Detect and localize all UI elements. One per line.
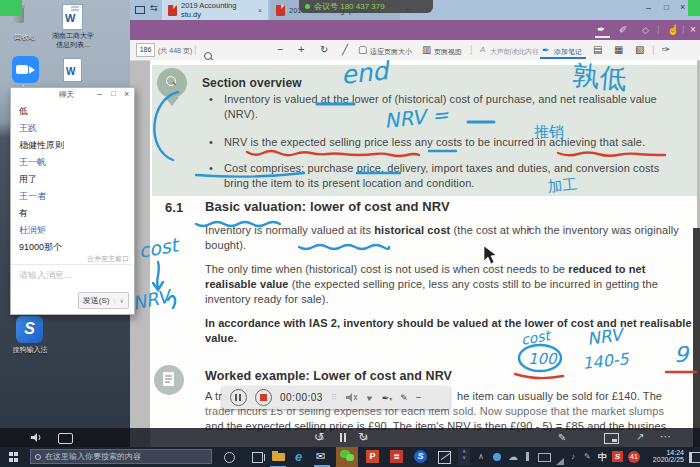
sogou-tray-icon[interactable]: S <box>612 451 623 462</box>
more-options-icon[interactable]: ⋯ <box>660 430 671 443</box>
word-doc2-icon[interactable]: W <box>63 58 82 82</box>
annotate-pen-icon[interactable]: ✎ <box>558 432 566 443</box>
add-notes-pen-icon[interactable]: ✒ <box>542 45 550 55</box>
mute-speaker-icon[interactable] <box>345 392 358 403</box>
clock[interactable]: 14:24 2020/2/25 <box>646 449 684 463</box>
chat-input[interactable]: 请输入消息... <box>19 269 72 282</box>
highlighter-icon[interactable]: ✐ <box>619 24 627 35</box>
network-icon[interactable] <box>556 458 564 465</box>
zoom-in-button[interactable]: + <box>298 44 304 55</box>
task-view-button[interactable] <box>252 452 263 463</box>
send-options-caret: ∨ <box>120 297 124 304</box>
section-heading: Basic valuation: lower of cost and NRV <box>205 199 450 214</box>
taskbar-search-box[interactable]: 在这里输入你要搜索的内容 <box>30 449 212 464</box>
chat-close-button[interactable]: × <box>124 89 129 99</box>
tray-app-icon[interactable] <box>493 453 501 461</box>
overview-bullet1-line1: Inventory is valued at the lower of (his… <box>224 93 657 105</box>
zoom-out-button[interactable]: − <box>277 44 283 55</box>
word-doc-icon[interactable]: W <box>62 4 83 30</box>
fit-page-icon[interactable]: ▢ <box>358 45 367 55</box>
eraser-icon[interactable]: ◇ <box>642 25 649 35</box>
volume-icon[interactable] <box>30 432 43 443</box>
wechat-icon[interactable] <box>340 450 354 462</box>
fit-page-label[interactable]: 适应页面大小 <box>370 47 412 57</box>
edge-window: ⇆ 2019 Accounting stu.dy × 2019 Accounti… <box>130 0 700 447</box>
minimize-toolbar-icon[interactable]: − <box>416 392 422 403</box>
paragraph3-line2: value. <box>205 332 237 344</box>
window-minimize-button[interactable]: – <box>646 3 651 13</box>
red-app-icon[interactable]: ≣ <box>390 450 403 463</box>
save-as-icon[interactable]: ▧ <box>635 45 644 55</box>
exit-annotation-icon[interactable]: × <box>690 24 696 35</box>
add-notes-label[interactable]: 添加笔记 <box>554 47 582 57</box>
pin-tray-icon[interactable] <box>526 452 529 461</box>
action-center-icon[interactable] <box>689 452 700 463</box>
chat-maximize-button[interactable]: □ <box>111 89 116 98</box>
pip-icon[interactable] <box>604 433 619 444</box>
panel-icon[interactable] <box>58 433 73 444</box>
read-aloud-label[interactable]: 大声朗读此内容 <box>490 47 539 57</box>
forward-30-button[interactable]: ↻30 <box>358 430 368 444</box>
chat-sender-name[interactable]: 王一者 <box>19 190 46 203</box>
print-icon[interactable]: ▤ <box>593 45 602 55</box>
screenshot-app-icon[interactable] <box>438 451 451 464</box>
pause-button[interactable] <box>230 389 247 406</box>
cortana-button[interactable] <box>224 452 235 463</box>
notification-count-badge[interactable]: 41 <box>628 451 640 463</box>
right-edge-strip <box>693 228 700 447</box>
mail-icon[interactable]: ✉ <box>316 450 325 463</box>
meeting-id-badge[interactable]: 会议号 180 437 379 <box>299 0 433 13</box>
pin-toolbar-icon[interactable]: ✑ <box>662 45 670 55</box>
overview-bullet2: NRV is the expected selling price less a… <box>224 136 645 148</box>
chat-minimize-button[interactable]: – <box>97 89 102 99</box>
sogou-browser-icon[interactable]: S <box>414 450 427 463</box>
touch-writing-icon[interactable]: ☝ <box>667 24 679 35</box>
sogou-desktop-icon[interactable]: S <box>16 316 43 343</box>
page-view-label[interactable]: 页面视图 <box>434 47 462 57</box>
chat-sender-name[interactable]: 王践 <box>19 122 37 135</box>
drag-grip-icon[interactable]: ⠿ <box>331 393 337 402</box>
merge-to-main-link[interactable]: 合并至主窗口 <box>87 254 129 264</box>
tray-expand-icon[interactable]: ∧ <box>478 452 484 461</box>
rotate-icon[interactable]: ↻ <box>320 45 328 55</box>
edge-taskbar-icon[interactable]: e <box>295 449 302 464</box>
powerpoint-icon[interactable]: P <box>366 450 379 463</box>
paragraph1-line2: bought). <box>205 239 246 251</box>
window-close-button[interactable]: × <box>680 2 685 12</box>
cloud-icon[interactable]: ☁ <box>508 451 518 462</box>
section-overview-icon <box>157 68 187 98</box>
word-doc-label-line2: 信息列表... <box>44 40 102 50</box>
chat-message: 稳健性原则 <box>19 139 64 152</box>
separator: | <box>652 44 655 55</box>
fullscreen-icon[interactable]: ↗ <box>636 431 644 442</box>
tab-accounting-study[interactable]: 2019 Accounting stu.dy × <box>162 0 268 20</box>
window-maximize-button[interactable]: □ <box>664 3 669 12</box>
pen-active-underline <box>595 36 610 38</box>
zoom-app-icon[interactable] <box>12 56 39 83</box>
ink-pen-icon[interactable]: ✒▾ <box>382 393 393 403</box>
rewind-10-button[interactable]: ↺10 <box>314 430 324 444</box>
page-number-input[interactable]: 186 <box>136 43 155 57</box>
start-button[interactable] <box>9 452 19 462</box>
page-view-icon[interactable]: ▥ <box>422 45 431 55</box>
tab-close-icon[interactable]: × <box>258 7 262 14</box>
ballpoint-pen-icon[interactable]: ✒ <box>597 24 605 35</box>
pen-tray-icon[interactable]: ✎ <box>584 452 591 461</box>
sogou-desktop-label: 搜狗输入法 <box>0 345 62 355</box>
chat-sender-name[interactable]: 杜润矩 <box>19 224 46 237</box>
audio-tray-icon[interactable]: ♪ <box>571 452 575 461</box>
taskbar-scroll-widget[interactable]: ∧ ∨ <box>458 448 470 466</box>
draw-line-icon[interactable]: ╱ <box>342 45 348 55</box>
stop-button[interactable] <box>255 389 272 406</box>
laser-pointer-icon[interactable]: ► <box>364 392 375 404</box>
brush-icon[interactable]: ✎ <box>400 393 408 403</box>
save-icon[interactable]: ▦ <box>614 45 623 55</box>
set-tabs-aside-icon[interactable] <box>135 6 145 14</box>
chat-sender-name[interactable]: 王一帆 <box>19 156 46 169</box>
separator: | <box>682 24 684 34</box>
ime-indicator[interactable]: 中 <box>598 451 607 464</box>
display-icon[interactable] <box>538 453 551 462</box>
send-button[interactable]: 发送(S)|∨ <box>78 292 129 309</box>
read-aloud-icon[interactable]: A <box>480 45 485 54</box>
tab-preview-icon[interactable]: ⇆ <box>150 3 158 13</box>
